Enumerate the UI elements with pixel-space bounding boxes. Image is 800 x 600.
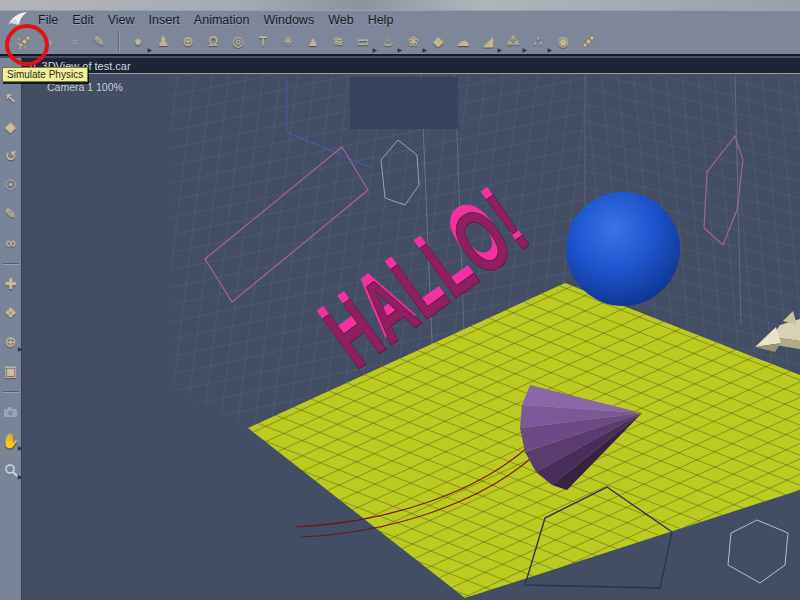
glue-tool-icon[interactable]: ∞ bbox=[1, 231, 21, 255]
flyout-arrow-icon: ▶ bbox=[18, 473, 23, 480]
flyout-arrow-icon: ▶ bbox=[497, 46, 502, 53]
app-logo-icon bbox=[6, 11, 30, 27]
axes-tool-icon[interactable]: ❖ bbox=[1, 301, 21, 325]
menu-help[interactable]: Help bbox=[368, 13, 394, 27]
plane-primitive-icon[interactable]: ▭▶ bbox=[354, 30, 372, 52]
application-window: FileEditViewInsertAnimationWindowsWebHel… bbox=[0, 0, 800, 600]
menu-web[interactable]: Web bbox=[328, 13, 353, 27]
flyout-arrow-icon: ▶ bbox=[522, 46, 527, 53]
shell-primitive-icon[interactable]: ≋ bbox=[329, 30, 347, 52]
magnifier-glyph bbox=[4, 463, 18, 477]
particle-star-icon[interactable]: ✳ bbox=[279, 30, 297, 52]
rotate-tool-icon[interactable]: ↺ bbox=[1, 144, 21, 168]
menu-windows[interactable]: Windows bbox=[263, 13, 314, 27]
menu-bar: FileEditViewInsertAnimationWindowsWebHel… bbox=[0, 10, 800, 28]
draw-tool-icon[interactable]: ✎ bbox=[1, 202, 21, 226]
cloud-effect-icon[interactable]: ☁ bbox=[454, 30, 472, 52]
goblet-primitive-icon[interactable]: ♟ bbox=[154, 30, 172, 52]
physics-property-disabled-icon: ● bbox=[40, 30, 58, 52]
bone-glyph bbox=[581, 34, 596, 49]
sphere-primitive-icon[interactable]: ●▶ bbox=[129, 30, 147, 52]
hierarchy-tool-icon[interactable]: ∴▶ bbox=[529, 30, 547, 52]
pan-tool-icon[interactable]: ✋▶ bbox=[1, 429, 21, 453]
3d-viewport[interactable]: HALLO! HALLO! bbox=[23, 75, 800, 600]
menu-file[interactable]: File bbox=[38, 13, 58, 27]
bone-tool-icon[interactable] bbox=[579, 30, 597, 52]
polygon-draw-tool-icon[interactable]: ✎ bbox=[90, 30, 108, 52]
object-tool-icon[interactable]: ◆ bbox=[1, 115, 21, 139]
camera-glyph bbox=[3, 406, 18, 418]
fuzzy-object-icon[interactable]: ⁂▶ bbox=[504, 30, 522, 52]
menu-view[interactable]: View bbox=[108, 13, 135, 27]
bone-glyph bbox=[17, 34, 32, 49]
crystal-effect-icon[interactable]: ◆ bbox=[429, 30, 447, 52]
panel-tool-icon[interactable]: ▣ bbox=[1, 359, 21, 383]
torus-primitive-icon[interactable]: ◎ bbox=[229, 30, 247, 52]
zoom-tool-icon[interactable]: ▶ bbox=[1, 458, 21, 482]
terrain-primitive-icon[interactable]: ▲ bbox=[304, 30, 322, 52]
spray-effect-icon[interactable]: ◢▶ bbox=[479, 30, 497, 52]
text-tool-icon[interactable]: T bbox=[254, 30, 272, 52]
desktop-strip bbox=[0, 0, 800, 10]
select-arrow-icon[interactable]: ↖ bbox=[1, 86, 21, 110]
sidebar-separator bbox=[3, 263, 19, 264]
simulate-physics-icon[interactable] bbox=[15, 30, 33, 52]
view-window-title-bar[interactable]: o 3DView of test.car bbox=[22, 58, 800, 74]
camera-view-tool-icon bbox=[1, 400, 21, 424]
geosphere-primitive-icon[interactable]: ⊕ bbox=[179, 30, 197, 52]
move-axes-tool-icon[interactable]: ✚ bbox=[1, 272, 21, 296]
blue-sphere[interactable] bbox=[566, 192, 680, 306]
flyout-arrow-icon: ▶ bbox=[147, 46, 152, 53]
flyout-arrow-icon: ▶ bbox=[18, 345, 23, 352]
duck-primitive-icon[interactable]: Ω bbox=[204, 30, 222, 52]
left-tool-sidebar: ↖◆↺☉✎∞✚❖⊕▶▣ ✋▶ ▶ bbox=[0, 58, 22, 600]
sidebar-separator bbox=[3, 391, 19, 392]
camera-status-label: Camera 1 100% bbox=[47, 81, 123, 93]
flyout-arrow-icon: ▶ bbox=[422, 46, 427, 53]
physics-path-disabled-icon: ≈ bbox=[65, 30, 83, 52]
menu-edit[interactable]: Edit bbox=[72, 13, 94, 27]
toolbar-separator bbox=[118, 31, 119, 51]
tooltip-simulate-physics: Simulate Physics bbox=[2, 67, 88, 82]
flower-effect-icon[interactable]: ❀▶ bbox=[404, 30, 422, 52]
flyout-arrow-icon: ▶ bbox=[372, 46, 377, 53]
ring-object-icon[interactable]: ◉ bbox=[554, 30, 572, 52]
flyout-arrow-icon: ▶ bbox=[18, 444, 23, 451]
flyout-arrow-icon: ▶ bbox=[397, 46, 402, 53]
menu-insert[interactable]: Insert bbox=[149, 13, 180, 27]
dark-backdrop-patch bbox=[350, 77, 458, 129]
navigation-tool-icon[interactable]: ⊕▶ bbox=[1, 330, 21, 354]
scale-tool-icon[interactable]: ☉ bbox=[1, 173, 21, 197]
menu-animation[interactable]: Animation bbox=[194, 13, 250, 27]
flyout-arrow-icon: ▶ bbox=[547, 46, 552, 53]
fire-effect-icon[interactable]: ♨▶ bbox=[379, 30, 397, 52]
toolbar: ●≈✎●▶♟⊕Ω◎T✳▲≋▭▶♨▶❀▶◆☁◢▶⁂▶∴▶◉ bbox=[0, 28, 800, 56]
